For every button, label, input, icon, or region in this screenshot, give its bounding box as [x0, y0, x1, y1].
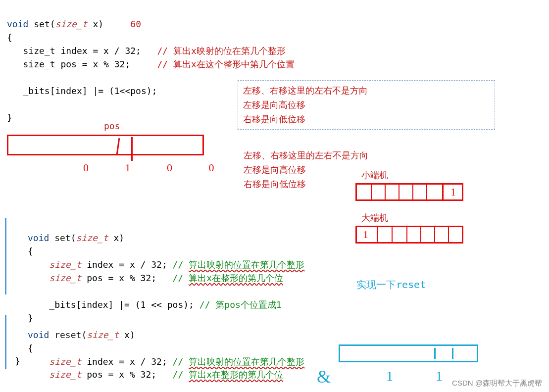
note-reset: 实现一下reset	[356, 278, 426, 292]
bit-rect	[7, 135, 204, 155]
cyan-1b: 1	[436, 368, 443, 384]
brace-close: }	[15, 354, 20, 368]
little-endian-box: 1	[355, 183, 463, 201]
big-endian-box: 1	[355, 226, 463, 244]
code-block-3b: size_t pos = x % 32; // 算出x在整形的第几个位 _bit…	[28, 354, 283, 392]
hand-digits: 0 1 0 0	[83, 161, 231, 174]
cyan-amp: &	[317, 366, 331, 387]
label-little-endian: 小端机	[361, 169, 388, 181]
watermark: CSDN @森明帮大于黑虎帮	[452, 379, 542, 388]
pos-label: pos	[104, 121, 120, 131]
label-big-endian: 大端机	[361, 212, 388, 224]
marker-1: 1	[450, 186, 456, 198]
brace-bar-2	[5, 315, 6, 369]
tick-2	[131, 137, 133, 161]
fn-name	[28, 19, 34, 29]
code-block-2: void set(size_t x) { size_t index = x / …	[28, 218, 304, 325]
kw-void: void	[7, 19, 28, 29]
note-shift-1: 左移、右移这里的左右不是方向 左移是向高位移 右移是向低位移	[238, 80, 495, 130]
tick-1	[116, 138, 120, 155]
note-shift-2: 左移、右移这里的左右不是方向 左移是向高位移 右移是向低位移	[244, 148, 368, 191]
marker-1b: 1	[363, 228, 368, 241]
brace-bar-1	[5, 218, 6, 294]
cyan-1a: 1	[386, 368, 393, 384]
cyan-rect	[339, 344, 478, 362]
